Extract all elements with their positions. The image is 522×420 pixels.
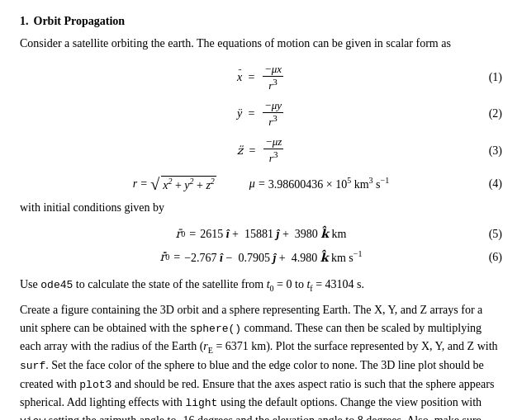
eq2-yddot: ÿ [237, 107, 242, 120]
eq4-mu-value: 3.98600436 × 105 km3 s−1 [268, 176, 389, 191]
tf-sub: f [310, 284, 312, 293]
eq5-equals: = [189, 228, 196, 241]
eq-number-3: (3) [489, 144, 502, 158]
sqrt-content: x2 + y2 + z2 [161, 176, 216, 192]
eq-number-4: (4) [489, 177, 502, 191]
eq4-right: μ = 3.98600436 × 105 km3 s−1 [249, 176, 389, 191]
equation-row-5: r̄ 0 = 2615 î + 15881 ĵ + 3980 k̂ km (5) [20, 227, 502, 241]
eq3-equals: = [246, 144, 259, 158]
equations-block-123: x ·· = −μx r3 (1) ÿ = −μy r3 [20, 61, 502, 168]
eq1-equals: = [245, 71, 258, 84]
eq-number-1: (1) [489, 71, 502, 84]
eq4-equals2: = [259, 177, 265, 191]
eq3-content: z̈ = −μz r3 [129, 135, 393, 165]
section-number: 1. [20, 15, 29, 28]
eq3-numerator: −μz [263, 135, 283, 149]
rE-sub: E [208, 346, 213, 355]
equation-row-1: x ·· = −μx r3 (1) [20, 63, 502, 92]
intro-text: Consider a satellite orbiting the earth.… [20, 37, 451, 50]
eq-number-5: (5) [489, 228, 502, 241]
eq4-r-var: r [133, 177, 137, 191]
initial-conditions-text: with initial conditions given by [20, 201, 164, 214]
equation-row-3: z̈ = −μz r3 (3) [20, 135, 502, 165]
eq1-xddot: x ·· [237, 71, 242, 84]
eq4-sqrt: √ x2 + y2 + z2 [150, 176, 216, 192]
section-container: 1. Orbit Propagation Consider a satellit… [20, 15, 502, 420]
eq6-equals: = [173, 251, 180, 264]
eq2-numerator: −μy [263, 99, 283, 113]
eq4-mu: μ [249, 177, 255, 191]
eq1-content: x ·· = −μx r3 [129, 63, 393, 92]
plot3-cmd: plot3 [79, 379, 112, 391]
eq3-zddot: z̈ [237, 144, 243, 158]
equation-row-4: r = √ x2 + y2 + z2 μ = 3.98600436 × 105 … [20, 176, 502, 192]
eq5-value: 2615 î + 15881 ĵ + 3980 k̂ km [200, 227, 346, 241]
initial-conditions-paragraph: with initial conditions given by [20, 199, 502, 217]
eq2-denominator: r3 [267, 113, 279, 129]
sphere-cmd: sphere() [190, 323, 241, 335]
eq2-fraction: −μy r3 [263, 99, 283, 129]
t0-sub: 0 [270, 284, 274, 293]
sqrt-symbol: √ [150, 176, 159, 192]
ode45-paragraph: Use ode45 to calculate the state of the … [20, 276, 502, 295]
eq1-fraction: −μx r3 [263, 63, 283, 92]
eq6-content: r̄̇ 0 = −2.767 î − 0.7905 ĵ + 4.980 k̂ k… [104, 249, 418, 265]
eq2-equals: = [245, 107, 258, 120]
ode45-code: ode45 [40, 279, 73, 291]
eq6-rvecdot: r̄̇ [160, 250, 166, 264]
equations-block-56: r̄ 0 = 2615 î + 15881 ĵ + 3980 k̂ km (5)… [20, 224, 502, 267]
eq1-numerator: −μx [263, 63, 283, 77]
eq6-value: −2.767 î − 0.7905 ĵ + 4.980 k̂ km s−1 [184, 249, 362, 265]
eq4-left: r = √ x2 + y2 + z2 [133, 176, 216, 192]
section-title: Orbit Propagation [34, 15, 126, 28]
eq5-content: r̄ 0 = 2615 î + 15881 ĵ + 3980 k̂ km [104, 227, 418, 241]
eq-number-2: (2) [489, 107, 502, 120]
eq1-denominator: r3 [267, 77, 279, 92]
eq5-rvec: r̄ [176, 227, 182, 241]
section-header: 1. Orbit Propagation [20, 15, 502, 28]
eq-number-6: (6) [489, 251, 502, 264]
view-cmd: view [20, 415, 45, 420]
eq2-content: ÿ = −μy r3 [129, 99, 393, 129]
eq3-fraction: −μz r3 [263, 135, 283, 165]
eq5-sub0: 0 [181, 229, 185, 238]
equation-row-2: ÿ = −μy r3 (2) [20, 99, 502, 129]
eq4-equals1: = [140, 177, 147, 191]
light-cmd: light [185, 397, 217, 409]
surf-cmd: surf [20, 360, 45, 372]
eq6-sub0: 0 [165, 252, 169, 262]
eq3-denominator: r3 [268, 149, 280, 165]
intro-paragraph: Consider a satellite orbiting the earth.… [20, 35, 502, 53]
equation-row-6: r̄̇ 0 = −2.767 î − 0.7905 ĵ + 4.980 k̂ k… [20, 249, 502, 265]
figure-paragraph: Create a figure containing the 3D orbit … [20, 301, 502, 420]
